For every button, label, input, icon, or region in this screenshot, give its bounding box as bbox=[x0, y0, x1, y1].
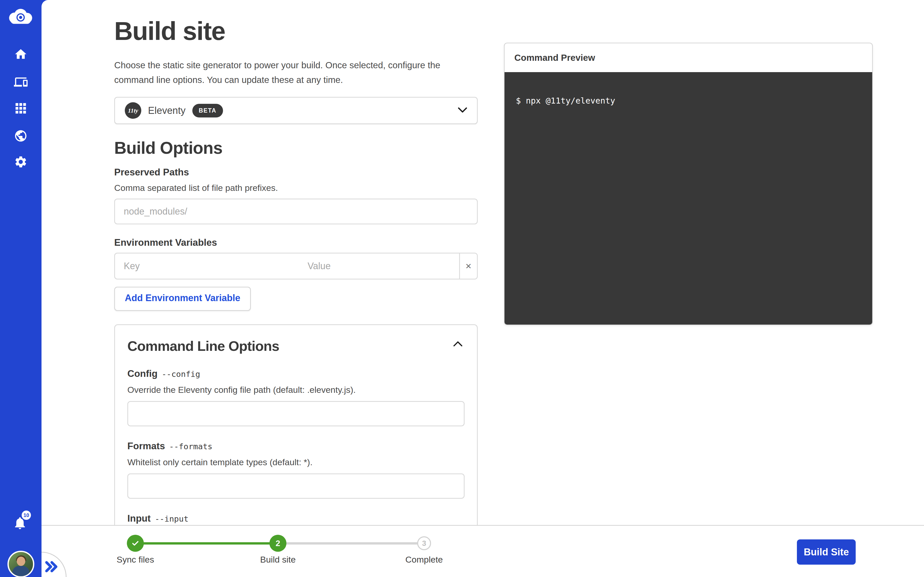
app-window: 10 Build site Choose the static site gen… bbox=[0, 0, 924, 577]
terminal-output: $ npx @11ty/eleventy bbox=[504, 72, 872, 324]
user-avatar[interactable] bbox=[8, 551, 34, 577]
step-build-site-circle[interactable]: 2 bbox=[270, 535, 286, 552]
command-preview-panel: Command Preview $ npx @11ty/eleventy bbox=[504, 43, 873, 325]
formats-flag: --formats bbox=[169, 442, 212, 451]
config-flag: --config bbox=[162, 369, 200, 379]
input-label: Input bbox=[128, 513, 150, 524]
cloudcannon-logo-icon[interactable] bbox=[7, 7, 34, 27]
preserved-paths-description: Comma separated list of file path prefix… bbox=[114, 183, 478, 193]
sidebar: 10 bbox=[0, 0, 42, 577]
config-input[interactable] bbox=[128, 401, 465, 426]
check-icon bbox=[131, 539, 140, 548]
config-field-group: Config--config Override the Eleventy con… bbox=[128, 368, 465, 426]
step-sync-files-label: Sync files bbox=[89, 554, 182, 565]
main-content: Build site Choose the static site genera… bbox=[42, 0, 924, 577]
formats-input[interactable] bbox=[128, 474, 465, 499]
command-line-options-title: Command Line Options bbox=[128, 338, 465, 354]
formats-description: Whitelist only certain template types (d… bbox=[128, 457, 465, 467]
settings-icon[interactable] bbox=[14, 155, 27, 169]
config-label: Config bbox=[128, 368, 158, 379]
notification-count-badge: 10 bbox=[22, 511, 31, 520]
build-options-heading: Build Options bbox=[114, 138, 478, 158]
add-env-var-button[interactable]: Add Environment Variable bbox=[114, 287, 251, 311]
double-chevron-right-icon bbox=[45, 561, 58, 573]
step-build-site-label: Build site bbox=[231, 554, 324, 565]
globe-icon[interactable] bbox=[14, 129, 27, 143]
env-var-row: ✕ bbox=[114, 253, 478, 279]
collapse-chevron-up-icon[interactable] bbox=[453, 341, 464, 348]
page-title: Build site bbox=[114, 0, 478, 45]
step-connector-complete bbox=[135, 542, 278, 545]
chevron-down-icon bbox=[458, 107, 467, 114]
eleventy-logo-icon: 11ty bbox=[125, 102, 141, 119]
step-sync-files-circle[interactable] bbox=[127, 535, 144, 552]
generator-select[interactable]: 11ty Eleventy BETA bbox=[114, 97, 478, 124]
build-site-form: Build site Choose the static site genera… bbox=[114, 0, 478, 577]
step-connector-upcoming bbox=[278, 542, 424, 545]
build-site-button[interactable]: Build Site bbox=[797, 539, 856, 565]
step-complete-circle[interactable]: 3 bbox=[417, 536, 431, 550]
step-complete-label: Complete bbox=[378, 554, 470, 565]
remove-env-var-button[interactable]: ✕ bbox=[459, 253, 477, 279]
home-icon[interactable] bbox=[14, 47, 27, 61]
input-flag: --input bbox=[155, 514, 189, 524]
env-value-input[interactable] bbox=[299, 253, 459, 279]
generator-name: Eleventy bbox=[148, 105, 186, 116]
formats-field-group: Formats--formats Whitelist only certain … bbox=[128, 441, 465, 499]
beta-badge: BETA bbox=[192, 104, 223, 118]
page-description: Choose the static site generator to powe… bbox=[114, 58, 478, 87]
config-description: Override the Eleventy config file path (… bbox=[128, 385, 465, 395]
command-preview-title: Command Preview bbox=[504, 43, 872, 72]
preserved-paths-input[interactable] bbox=[114, 198, 478, 224]
wizard-footer: 2 3 Sync files Build site Complete Build… bbox=[42, 525, 924, 577]
preserved-paths-label: Preserved Paths bbox=[114, 167, 478, 178]
devices-icon[interactable] bbox=[14, 75, 27, 89]
apps-grid-icon[interactable] bbox=[14, 102, 27, 115]
env-key-input[interactable] bbox=[115, 253, 299, 279]
formats-label: Formats bbox=[128, 441, 165, 451]
env-vars-label: Environment Variables bbox=[114, 237, 478, 248]
